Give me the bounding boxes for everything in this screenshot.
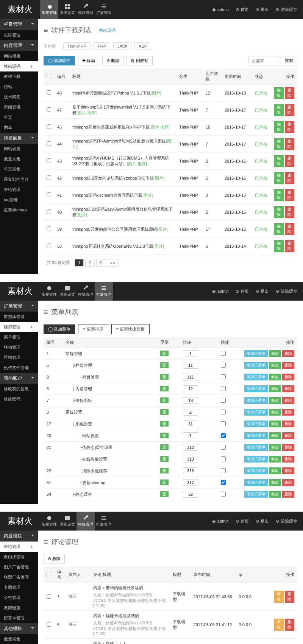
clear-cache-link[interactable]: ⊙ 清除缓存 [276, 518, 297, 524]
sidebar-item[interactable]: 联盟广告管理 [0, 572, 38, 582]
delete-button[interactable]: 删除 [282, 456, 294, 462]
addchild-button[interactable]: 添加子菜单 [244, 467, 268, 474]
sort-input[interactable] [183, 397, 198, 404]
topmenu-module[interactable]: 模块管理 [77, 512, 95, 531]
row-checkbox[interactable] [47, 594, 51, 599]
sidebar-item[interactable]: 数据库管理 [0, 312, 38, 322]
addchild-button[interactable]: 添加子菜单 [244, 479, 268, 486]
sidebar-item[interactable]: 整站源码 [0, 61, 38, 71]
subcat-asp[interactable]: ASP [134, 42, 151, 50]
sidebar-item[interactable]: 留言本管理 [0, 613, 38, 623]
edit-button[interactable]: 修改 [269, 362, 281, 369]
delete-button[interactable]: 删除 [285, 619, 295, 631]
update-sort-button[interactable]: ≡ 更新排序 [78, 324, 108, 334]
sidebar-item[interactable]: 已传文件管理 [0, 363, 38, 373]
sort-input[interactable] [183, 432, 198, 439]
sidebar-item[interactable]: 更新sitemap [0, 205, 38, 215]
topmenu-extend[interactable]: 扩展管理 [95, 512, 113, 531]
topmenu-extend[interactable]: 扩展管理 [95, 0, 113, 19]
logout-link[interactable]: ⊙ 退出 [256, 289, 269, 294]
edit-button[interactable]: 修改 [269, 350, 281, 357]
show-badge[interactable]: 是 [160, 409, 169, 415]
delete-button[interactable]: 删除 [285, 223, 295, 235]
show-badge[interactable]: 是 [160, 433, 169, 438]
sort-input[interactable] [183, 421, 198, 427]
quick-checkbox[interactable] [221, 386, 226, 391]
sidebar-item[interactable]: 技术问答 [0, 92, 38, 102]
edit-button[interactable]: 编辑 [274, 104, 284, 116]
edit-button[interactable]: 编辑 [274, 87, 284, 99]
sidebar-item[interactable]: 修改我的信息 [0, 384, 38, 394]
sidebar-item[interactable]: 模型管理 [0, 322, 38, 332]
topmenu-system[interactable]: 系统设置 [58, 512, 77, 531]
addchild-button[interactable]: 添加子菜单 [244, 432, 268, 439]
delete-button[interactable]: 删除 [282, 432, 294, 439]
edit-button[interactable]: 编辑 [274, 206, 284, 218]
sidebar-item[interactable]: 区域管理 [0, 352, 38, 363]
quick-checkbox[interactable] [221, 351, 226, 356]
sidebar-item[interactable]: 新闻资讯 [0, 102, 38, 112]
sidebar-item[interactable]: 图集 [0, 123, 38, 133]
sort-input[interactable] [183, 479, 198, 486]
addchild-button[interactable]: 添加子菜单 [244, 491, 268, 498]
sort-input[interactable] [183, 456, 198, 462]
logout-link[interactable]: ⊙ 退出 [256, 7, 269, 12]
sidebar-section-head[interactable]: 我的账户 [0, 373, 38, 384]
sidebar-item[interactable]: 批量采集 [0, 634, 38, 644]
sidebar-item[interactable]: 教程下载 [0, 71, 38, 82]
delete-button[interactable]: 删除 [282, 421, 294, 427]
cell-title[interactable]: thinkphp5开发的微信公众号通用管理系统源码 [72, 227, 157, 231]
sort-input[interactable] [183, 409, 198, 416]
page-next[interactable]: >> [107, 259, 119, 267]
topmenu-system[interactable]: 系统设置 [58, 0, 77, 19]
topmenu-general[interactable]: 常规管理 [40, 512, 58, 531]
show-badge[interactable]: 是 [160, 386, 169, 391]
sidebar-item[interactable]: 栏目管理 [0, 30, 38, 40]
delete-button[interactable]: 删除 [285, 155, 295, 167]
clear-cache-link[interactable]: ⊙ 清除缓存 [276, 7, 297, 12]
addchild-button[interactable]: 添加子菜单 [244, 350, 268, 357]
show-badge[interactable]: 是 [160, 468, 169, 473]
topmenu-system[interactable]: 系统设置 [58, 282, 77, 301]
row-checkbox[interactable] [47, 141, 51, 146]
sort-input[interactable] [183, 444, 198, 451]
subcat-thinkphp[interactable]: ThinkPHP [63, 42, 91, 50]
topmenu-module[interactable]: 模块管理 [77, 0, 95, 19]
row-checkbox[interactable] [47, 107, 51, 112]
delete-button[interactable]: 删除 [285, 87, 295, 99]
sidebar-section-head[interactable]: 内置模块 [0, 531, 38, 542]
sidebar-section-head[interactable]: 栏目管理 [0, 19, 38, 30]
delete-button[interactable]: 删除 [285, 104, 295, 116]
sidebar-item[interactable]: 修改密码 [0, 394, 38, 404]
action-button[interactable]: 审核 [274, 591, 284, 603]
edit-button[interactable]: 编辑 [274, 189, 284, 201]
delete-button[interactable]: 删除 [285, 591, 295, 603]
sidebar-item[interactable]: 网站模板 [0, 51, 38, 61]
delete-button[interactable]: 删除 [285, 121, 295, 133]
sort-input[interactable] [183, 491, 198, 498]
sidebar-item[interactable]: 评论管理 [0, 542, 38, 552]
user-link[interactable]: ◉ admin [212, 519, 229, 524]
sort-input[interactable] [183, 467, 198, 474]
clear-cache-link[interactable]: ⊙ 清除缓存 [276, 289, 297, 294]
sidebar-item[interactable]: 单页采集 [0, 164, 38, 174]
sidebar-item[interactable]: 友情链接 [0, 603, 38, 613]
show-badge[interactable]: 是 [160, 421, 169, 427]
edit-button[interactable]: 修改 [269, 385, 281, 392]
sidebar-section-head[interactable]: 内容管理 [0, 40, 38, 51]
addchild-button[interactable]: 添加子菜单 [244, 456, 268, 462]
update-quick-button[interactable]: ≡ 更新快捷面板 [111, 324, 150, 334]
delete-button[interactable]: 删除 [285, 240, 295, 252]
row-checkbox[interactable] [47, 227, 51, 231]
row-checkbox[interactable] [47, 244, 51, 248]
quick-checkbox[interactable] [221, 421, 226, 426]
sidebar-section-head[interactable]: 其他模块 [0, 623, 38, 634]
cell-title[interactable]: thinkphp源码klscms内容管理系统下载 [72, 193, 142, 197]
edit-button[interactable]: 编辑 [274, 172, 284, 184]
row-checkbox[interactable] [47, 622, 51, 627]
cell-title[interactable]: thinkphp3.2开发的论坛系统Yznbbs论坛下载 [72, 176, 154, 180]
subcat-java[interactable]: JAVA [113, 42, 131, 50]
show-badge[interactable]: 是 [160, 480, 169, 485]
quick-checkbox[interactable] [221, 492, 226, 497]
edit-button[interactable]: 修改 [269, 491, 281, 498]
